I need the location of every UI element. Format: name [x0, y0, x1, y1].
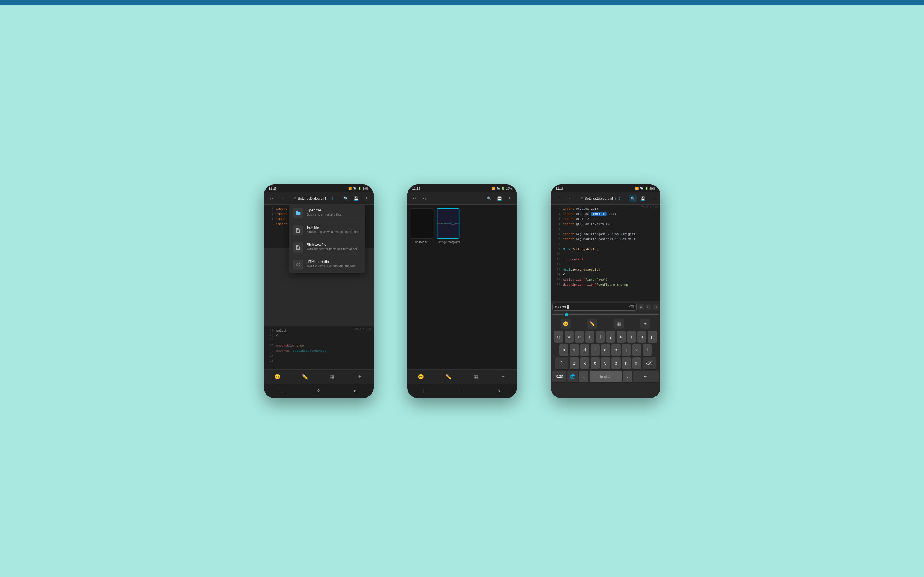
- grid-btn-1[interactable]: ▦: [327, 372, 337, 382]
- key-shift[interactable]: ⇧: [555, 358, 568, 369]
- search-clear-btn[interactable]: ⌫: [629, 305, 634, 309]
- undo-btn-3[interactable]: ↩: [554, 195, 562, 203]
- save-btn-1[interactable]: 💾: [352, 195, 360, 203]
- key-f[interactable]: f: [591, 344, 600, 356]
- key-n[interactable]: n: [622, 358, 631, 369]
- key-o[interactable]: o: [637, 331, 647, 343]
- thumb-untitled[interactable]: untitled.txt: [411, 208, 433, 243]
- key-num[interactable]: ?123: [552, 371, 566, 382]
- tab-plus-1[interactable]: +: [328, 196, 330, 201]
- search-options-btn[interactable]: ⚙: [653, 304, 659, 310]
- grid-btn-2[interactable]: ▦: [471, 372, 481, 382]
- key-t[interactable]: t: [596, 331, 605, 343]
- search-slider: [552, 313, 659, 318]
- home-btn-2[interactable]: □: [419, 386, 432, 396]
- redo-btn-3[interactable]: ↪: [564, 195, 572, 203]
- kb-pencil-btn[interactable]: ✏️: [587, 319, 597, 329]
- key-space[interactable]: English: [590, 371, 622, 382]
- key-k[interactable]: k: [632, 344, 641, 356]
- thumb-settings-label: SettingsDialog.qml: [437, 240, 460, 243]
- keyboard-area-3: control ⌫ ∧ ⊙ ⚙ 😊 ✏️: [551, 301, 660, 398]
- key-x[interactable]: x: [580, 358, 589, 369]
- key-u[interactable]: u: [616, 331, 626, 343]
- more-btn-2[interactable]: ⋮: [506, 195, 514, 203]
- search-expand-btn[interactable]: ⊙: [645, 304, 651, 310]
- redo-btn-2[interactable]: ↪: [421, 195, 429, 203]
- recents-btn-2[interactable]: ⁘: [456, 386, 468, 396]
- search-btn-2[interactable]: 🔍: [485, 195, 493, 203]
- home-btn-1[interactable]: □: [276, 386, 288, 396]
- key-z[interactable]: z: [570, 358, 579, 369]
- more-btn-1[interactable]: ⋮: [362, 195, 370, 203]
- save-btn-2[interactable]: 💾: [496, 195, 503, 203]
- pencil-btn-2[interactable]: ✏️: [443, 372, 453, 382]
- signal-icon-3: 📶: [635, 187, 639, 190]
- tab-plus-3[interactable]: +: [614, 196, 617, 201]
- menu-item-rich[interactable]: Rich text file With support for basic te…: [289, 239, 365, 256]
- code-area-3[interactable]: 2821 / 123 1 import QtQuick 2.14 2 impor…: [551, 205, 660, 301]
- key-a[interactable]: a: [560, 344, 568, 356]
- kb-row-2: a s d f g h j k l: [552, 344, 659, 356]
- recents-btn-1[interactable]: ⁘: [313, 386, 325, 396]
- menu-open-desc: Open one or multiple files.: [306, 213, 343, 216]
- emoji-btn-1[interactable]: 😊: [272, 372, 282, 382]
- emoji-btn-2[interactable]: 😊: [416, 372, 426, 382]
- undo-btn-1[interactable]: ↩: [267, 195, 275, 203]
- key-h[interactable]: h: [611, 344, 621, 356]
- dropdown-menu: Open file Open one or multiple files. Te…: [289, 205, 365, 273]
- back-btn-2[interactable]: ✕: [492, 386, 505, 396]
- key-del[interactable]: ⌫: [643, 358, 656, 369]
- position-info-1: 2821 / 123: [354, 327, 371, 331]
- key-w[interactable]: w: [564, 331, 574, 343]
- key-comma[interactable]: ,: [579, 371, 589, 382]
- wifi-icon-2: 📡: [497, 187, 500, 190]
- pencil-btn-1[interactable]: ✏️: [300, 372, 310, 382]
- search-nav-up[interactable]: ∧: [638, 304, 644, 310]
- key-emoji-kb[interactable]: 🌐: [568, 371, 578, 382]
- more-btn-3[interactable]: ⋮: [649, 195, 657, 203]
- kb-grid-btn[interactable]: ▦: [614, 319, 624, 329]
- key-m[interactable]: m: [632, 358, 641, 369]
- key-j[interactable]: j: [622, 344, 631, 356]
- menu-item-open[interactable]: Open file Open one or multiple files.: [289, 205, 365, 222]
- tab-label-3[interactable]: SettingsDialog.qml: [585, 197, 613, 200]
- save-btn-3[interactable]: 💾: [639, 195, 647, 203]
- tab-close-1[interactable]: ✕: [293, 197, 296, 200]
- code-line-1-28: 28: [264, 358, 374, 364]
- key-c[interactable]: c: [591, 358, 600, 369]
- key-return[interactable]: ↵: [634, 371, 659, 382]
- search-input-3[interactable]: control ⌫: [552, 303, 637, 311]
- plus-btn-2[interactable]: +: [498, 372, 508, 382]
- key-y[interactable]: y: [606, 331, 615, 343]
- key-s[interactable]: s: [570, 344, 579, 356]
- key-v[interactable]: v: [601, 358, 610, 369]
- key-p[interactable]: p: [648, 331, 657, 343]
- plus-btn-1[interactable]: +: [355, 372, 365, 382]
- redo-btn-1[interactable]: ↪: [277, 195, 285, 203]
- code-line-1-24: 24: [264, 338, 374, 343]
- key-g[interactable]: g: [601, 344, 610, 356]
- tab-label-1[interactable]: SettingsDialog.qml: [298, 197, 326, 200]
- search-btn-3[interactable]: 🔍: [629, 195, 637, 203]
- key-q[interactable]: q: [554, 331, 563, 343]
- key-d[interactable]: d: [580, 344, 589, 356]
- battery-pct-3: 26%: [650, 187, 655, 190]
- key-b[interactable]: b: [611, 358, 621, 369]
- thumb-settings[interactable]: import QtQuick 2.14 import QtQuick.Contr…: [437, 208, 460, 243]
- key-i[interactable]: i: [627, 331, 636, 343]
- menu-item-text[interactable]: Text file Simple text file with syntax h…: [289, 222, 365, 239]
- back-btn-1[interactable]: ✕: [349, 386, 361, 396]
- slider-dot[interactable]: [565, 313, 568, 316]
- menu-item-html[interactable]: HTML text file Text file with HTML marku…: [289, 256, 365, 273]
- undo-btn-2[interactable]: ↩: [411, 195, 419, 203]
- key-l[interactable]: l: [643, 344, 652, 356]
- tab-close-3[interactable]: ✕: [581, 197, 583, 200]
- wifi-icon-1: 📡: [353, 187, 356, 190]
- key-e[interactable]: e: [575, 331, 584, 343]
- search-btn-1[interactable]: 🔍: [342, 195, 350, 203]
- nav-bar-1: □ ⁘ ✕: [264, 384, 374, 398]
- kb-plus-btn[interactable]: +: [640, 319, 650, 329]
- kb-emoji-btn[interactable]: 😊: [561, 319, 571, 329]
- key-period[interactable]: .: [623, 371, 632, 382]
- key-r[interactable]: r: [585, 331, 594, 343]
